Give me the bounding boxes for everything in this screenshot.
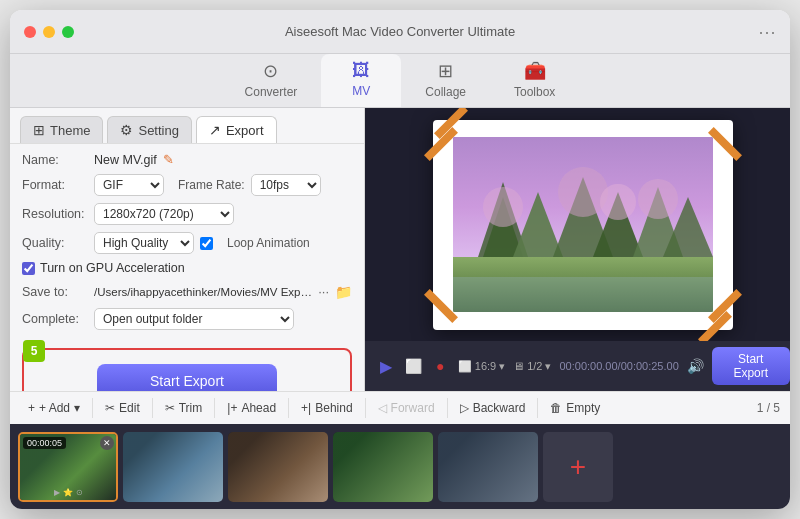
start-export-right-button[interactable]: Start Export xyxy=(712,347,790,385)
toolbox-icon: 🧰 xyxy=(524,60,546,82)
svg-point-11 xyxy=(600,184,636,220)
complete-select[interactable]: Open output folder xyxy=(94,308,294,330)
preview-image xyxy=(453,137,713,312)
page-indicator: 1 / 5 xyxy=(757,401,780,415)
mv-icon: 🖼 xyxy=(352,60,370,81)
behind-button[interactable]: +| Behind xyxy=(293,397,361,419)
tab-mv[interactable]: 🖼 MV xyxy=(321,54,401,107)
save-row: Save to: /Users/ihappyacethinker/Movies/… xyxy=(22,282,352,301)
framerate-label: Frame Rate: xyxy=(178,178,245,192)
play-controls-mini-1: ▶⭐⊙ xyxy=(54,488,83,497)
timeline-item-2[interactable] xyxy=(123,432,223,502)
tab-converter[interactable]: ⊙ Converter xyxy=(221,54,322,107)
add-clip-button[interactable]: + xyxy=(543,432,613,502)
close-item-1[interactable]: ✕ xyxy=(100,436,114,450)
zoom-select[interactable]: 🖥 1/2 ▾ xyxy=(513,360,551,373)
timeline-item-3[interactable] xyxy=(228,432,328,502)
resolution-select[interactable]: 1280x720 (720p) xyxy=(94,203,234,225)
tab-toolbox[interactable]: 🧰 Toolbox xyxy=(490,54,579,107)
ratio-chevron: ▾ xyxy=(499,360,505,373)
trim-icon: ✂ xyxy=(165,401,175,415)
format-select[interactable]: GIF xyxy=(94,174,164,196)
volume-icon[interactable]: 🔊 xyxy=(687,358,704,374)
edit-name-icon[interactable]: ✎ xyxy=(163,152,174,167)
minimize-button[interactable] xyxy=(43,26,55,38)
start-export-button[interactable]: Start Export xyxy=(97,364,277,391)
timeline-item-1[interactable]: 00:00:05 ✕ ▶⭐⊙ xyxy=(18,432,118,502)
add-button[interactable]: + + Add ▾ xyxy=(20,397,88,419)
setting-icon: ⚙ xyxy=(120,122,133,138)
complete-label: Complete: xyxy=(22,312,94,326)
subtab-export[interactable]: ↗ Export xyxy=(196,116,277,143)
subtab-setting[interactable]: ⚙ Setting xyxy=(107,116,191,143)
window-menu-icon[interactable]: ⋯ xyxy=(758,21,776,43)
resolution-label: Resolution: xyxy=(22,207,94,221)
timeline-thumb-2 xyxy=(123,432,223,502)
save-dots-button[interactable]: ··· xyxy=(312,282,335,301)
right-panel: ▶ ⬜ ● ⬜ 16:9 ▾ 🖥 1/2 ▾ 00:00:00.00/00:00… xyxy=(365,108,790,391)
forward-button[interactable]: ◁ Forward xyxy=(370,397,443,419)
edit-icon-tb: ✂ xyxy=(105,401,115,415)
svg-point-12 xyxy=(638,179,678,219)
svg-point-10 xyxy=(558,167,608,217)
zoom-chevron: ▾ xyxy=(545,360,551,373)
time-badge-1: 00:00:05 xyxy=(23,437,66,449)
quality-row: Quality: High Quality Loop Animation xyxy=(22,232,352,254)
gpu-row: Turn on GPU Acceleration xyxy=(22,261,352,275)
preview-area xyxy=(365,108,790,341)
maximize-button[interactable] xyxy=(62,26,74,38)
format-value-container: GIF Frame Rate: 10fps xyxy=(94,174,352,196)
collage-icon: ⊞ xyxy=(438,60,453,82)
loop-checkbox[interactable] xyxy=(200,237,213,250)
trim-button[interactable]: ✂ Trim xyxy=(157,397,211,419)
format-row: Format: GIF Frame Rate: 10fps xyxy=(22,174,352,196)
form-area: Name: New MV.gif ✎ Format: GIF Frame Rat… xyxy=(10,144,364,348)
timeline: 00:00:05 ✕ ▶⭐⊙ + xyxy=(10,424,790,509)
bottom-toolbar: + + Add ▾ ✂ Edit ✂ Trim |+ Ahead +| Behi… xyxy=(10,391,790,424)
resolution-row: Resolution: 1280x720 (720p) xyxy=(22,203,352,225)
toolbar-separator-1 xyxy=(92,398,93,418)
behind-icon: +| xyxy=(301,401,311,415)
ahead-button[interactable]: |+ Ahead xyxy=(219,397,284,419)
resolution-value-container: 1280x720 (720p) xyxy=(94,203,352,225)
tab-collage[interactable]: ⊞ Collage xyxy=(401,54,490,107)
format-label: Format: xyxy=(22,178,94,192)
backward-button[interactable]: ▷ Backward xyxy=(452,397,534,419)
timeline-item-5[interactable] xyxy=(438,432,538,502)
timeline-thumb-3 xyxy=(228,432,328,502)
theme-icon: ⊞ xyxy=(33,122,45,138)
complete-row: Complete: Open output folder xyxy=(22,308,352,330)
svg-rect-13 xyxy=(453,277,713,312)
time-display: 00:00:00.00/00:00:25.00 xyxy=(559,360,678,372)
gpu-checkbox[interactable] xyxy=(22,262,35,275)
add-clip-icon: + xyxy=(570,451,586,483)
name-label: Name: xyxy=(22,153,94,167)
play-button[interactable]: ▶ xyxy=(377,354,396,378)
toolbar-separator-2 xyxy=(152,398,153,418)
close-button[interactable] xyxy=(24,26,36,38)
toolbar-separator-7 xyxy=(537,398,538,418)
subtab-theme[interactable]: ⊞ Theme xyxy=(20,116,103,143)
ratio-icon: ⬜ xyxy=(458,360,472,373)
forward-icon: ◁ xyxy=(378,401,387,415)
name-row: Name: New MV.gif ✎ xyxy=(22,152,352,167)
window-title: Aiseesoft Mac Video Converter Ultimate xyxy=(285,24,515,39)
framerate-select[interactable]: 10fps xyxy=(251,174,321,196)
ahead-icon: |+ xyxy=(227,401,237,415)
save-folder-icon[interactable]: 📁 xyxy=(335,284,352,300)
add-chevron: ▾ xyxy=(74,401,80,415)
preview-frame xyxy=(433,120,733,330)
tape-topright xyxy=(708,127,742,161)
quality-value-container: High Quality Loop Animation xyxy=(94,232,352,254)
edit-button[interactable]: ✂ Edit xyxy=(97,397,148,419)
stop-button[interactable]: ⬜ xyxy=(404,354,423,378)
timeline-item-4[interactable] xyxy=(333,432,433,502)
quality-select[interactable]: High Quality xyxy=(94,232,194,254)
ratio-select[interactable]: ⬜ 16:9 ▾ xyxy=(458,360,505,373)
converter-icon: ⊙ xyxy=(263,60,278,82)
timeline-thumb-4 xyxy=(333,432,433,502)
record-button[interactable]: ● xyxy=(431,354,450,378)
empty-button[interactable]: 🗑 Empty xyxy=(542,397,608,419)
main-content: ⊞ Theme ⚙ Setting ↗ Export Name: xyxy=(10,108,790,391)
export-icon: ↗ xyxy=(209,122,221,138)
